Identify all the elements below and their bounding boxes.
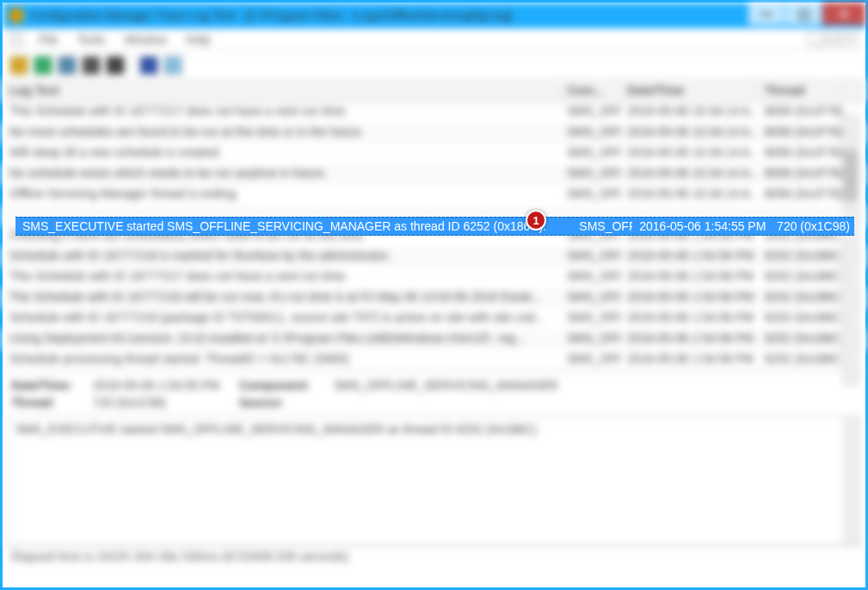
selected-log-text: SMS_EXECUTIVE started SMS_OFFLINE_SERVIC…: [15, 219, 572, 233]
selected-log-datetime: 2016-05-06 1:54:55 PM: [632, 219, 770, 233]
cell-component: SMS_OFF: [560, 123, 620, 144]
cell-datetime: 2016-05-06 10:34:14 A...: [620, 164, 758, 185]
toolbar-icon-2[interactable]: [34, 56, 52, 75]
cell-logtext: Offline Servicing Manager thread is exit…: [3, 185, 560, 206]
cell-thread: 6252 (0x186C): [758, 267, 842, 288]
detail-datetime-label: Date/Time:: [11, 378, 93, 392]
mdi-minimize-button[interactable]: _: [807, 33, 824, 46]
app-icon: [9, 9, 23, 22]
minimize-button[interactable]: —: [748, 3, 785, 25]
cell-datetime: 2016-05-06 10:34:14 A...: [620, 123, 758, 144]
menu-tools[interactable]: Tools: [69, 31, 114, 48]
detail-component-label: Component:: [239, 378, 334, 392]
menubar: File Tools Window Help _ ▭ ×: [3, 28, 865, 51]
selected-log-thread: 720 (0x1C98): [770, 219, 854, 233]
table-row[interactable]: Offline Servicing Manager thread is exit…: [3, 185, 865, 206]
cell-logtext: Schedule processing thread started. Thre…: [3, 350, 560, 371]
cell-datetime: 2016-05-06 10:34:14 A...: [620, 102, 758, 123]
print-icon[interactable]: [58, 56, 77, 75]
cell-thread: 8056 (0x1F78): [758, 123, 842, 144]
toolbar-separator: [132, 56, 132, 75]
selected-log-row[interactable]: SMS_EXECUTIVE started SMS_OFFLINE_SERVIC…: [15, 217, 854, 236]
cell-datetime: 2016-05-06 1:54:56 PM: [620, 267, 758, 288]
cell-thread: 6252 (0x186C): [758, 309, 842, 329]
cell-component: SMS_OFF: [560, 309, 620, 329]
cell-thread: 8056 (0x1F78): [758, 144, 842, 164]
open-icon[interactable]: [9, 56, 28, 75]
cell-component: SMS_OFF: [560, 164, 620, 185]
callout-badge: 1: [526, 210, 546, 230]
find-icon[interactable]: [106, 56, 125, 75]
message-text: SMS_EXECUTIVE started SMS_OFFLINE_SERVIC…: [15, 422, 539, 436]
cell-logtext: Will sleep till a new schedule is create…: [3, 144, 560, 164]
cell-component: SMS_OFF: [560, 102, 620, 123]
message-scrollbar[interactable]: [844, 417, 859, 544]
table-row[interactable]: Schedule processing thread started. Thre…: [3, 350, 865, 371]
cell-datetime: 2016-05-06 1:54:56 PM: [620, 350, 758, 371]
grid-body: This Schedule with ID 16777217 does not …: [3, 102, 865, 371]
status-text: Elapsed time is 2422h 20m 56s 535ms (872…: [11, 550, 348, 563]
document-icon: [9, 33, 23, 46]
cell-thread: 8056 (0x1F78): [758, 102, 842, 123]
detail-thread-value: 720 (0x1C98): [93, 396, 239, 409]
vertical-scrollbar[interactable]: [843, 114, 859, 385]
table-row[interactable]: Will sleep till a new schedule is create…: [3, 144, 865, 164]
table-row[interactable]: This Schedule with ID 16777217 does not …: [3, 102, 865, 123]
detail-source-value: [334, 396, 857, 409]
cell-component: SMS_OFF: [560, 247, 620, 267]
cell-component: SMS_OFF: [560, 329, 620, 350]
cell-thread: 6252 (0x186C): [758, 247, 842, 267]
table-row[interactable]: Schedule with ID 16777218 (package ID TS…: [3, 309, 865, 329]
cell-datetime: 2016-05-06 10:34:14 A...: [620, 185, 758, 206]
detail-thread-label: Thread:: [11, 396, 93, 409]
detail-component-value: SMS_OFFLINE_SERVICING_MANAGER: [334, 378, 857, 392]
cell-datetime: 2016-05-06 1:54:56 PM: [620, 247, 758, 267]
pause-icon[interactable]: [139, 56, 158, 75]
cell-datetime: 2016-05-06 1:54:56 PM: [620, 329, 758, 350]
cell-thread: 6252 (0x186C): [758, 288, 842, 309]
cell-thread: 8056 (0x1F78): [758, 164, 842, 185]
table-row[interactable]: Using Deployment Kit (version: 10.0) ins…: [3, 329, 865, 350]
table-row[interactable]: This Schedule with ID 16777217 does not …: [3, 267, 865, 288]
cell-datetime: 2016-05-06 1:54:56 PM: [620, 288, 758, 309]
menu-file[interactable]: File: [30, 31, 67, 48]
table-row[interactable]: Schedule with ID 16777218 is marked for …: [3, 247, 865, 267]
menu-window[interactable]: Window: [115, 31, 175, 48]
close-button[interactable]: ✕: [822, 3, 865, 25]
toolbar-icon-4[interactable]: [82, 56, 101, 75]
cell-component: SMS_OFF: [560, 144, 620, 164]
col-scroll-gutter: [842, 80, 859, 101]
titlebar: Configuration Manager Trace Log Tool - […: [3, 3, 865, 28]
cell-logtext: This Schedule with ID 16777217 does not …: [3, 102, 560, 123]
maximize-button[interactable]: ▢: [785, 3, 822, 25]
message-box: SMS_EXECUTIVE started SMS_OFFLINE_SERVIC…: [8, 416, 860, 545]
cell-logtext: Schedule with ID 16777218 (package ID TS…: [3, 309, 560, 329]
col-header-thread[interactable]: Thread: [758, 80, 842, 101]
cell-component: SMS_OFF: [560, 185, 620, 206]
col-header-datetime[interactable]: Date/Time: [620, 80, 758, 101]
menu-help[interactable]: Help: [177, 31, 219, 48]
cell-thread: 6252 (0x186C): [758, 350, 842, 371]
mdi-close-button[interactable]: ×: [841, 33, 859, 46]
table-row[interactable]: The Schedule with ID 16777218 will be ru…: [3, 288, 865, 309]
window-title: Configuration Manager Trace Log Tool - […: [30, 9, 748, 22]
toolbar: [3, 51, 865, 80]
detail-panel: Date/Time: 2016-05-06 1:54:55 PM Compone…: [3, 371, 865, 416]
cell-component: SMS_OFF: [560, 267, 620, 288]
scrollbar-thumb[interactable]: [844, 150, 858, 201]
statusbar: Elapsed time is 2422h 20m 56s 535ms (872…: [3, 545, 865, 566]
toolbar-icon-7[interactable]: [163, 56, 182, 75]
detail-source-label: Source:: [239, 396, 334, 409]
table-row[interactable]: No schedule exists which needs to be run…: [3, 164, 865, 185]
cell-logtext: No more schedules are found to be run at…: [3, 123, 560, 144]
cell-logtext: Using Deployment Kit (version: 10.0) ins…: [3, 329, 560, 350]
col-header-logtext[interactable]: Log Text: [3, 80, 560, 101]
detail-datetime-value: 2016-05-06 1:54:55 PM: [93, 378, 239, 392]
cell-component: SMS_OFF: [560, 288, 620, 309]
grid-header: Log Text Com... Date/Time Thread: [3, 80, 865, 102]
cell-thread: 6252 (0x186C): [758, 329, 842, 350]
col-header-component[interactable]: Com...: [560, 80, 620, 101]
mdi-restore-button[interactable]: ▭: [824, 33, 841, 46]
cell-logtext: This Schedule with ID 16777217 does not …: [3, 267, 560, 288]
table-row[interactable]: No more schedules are found to be run at…: [3, 123, 865, 144]
